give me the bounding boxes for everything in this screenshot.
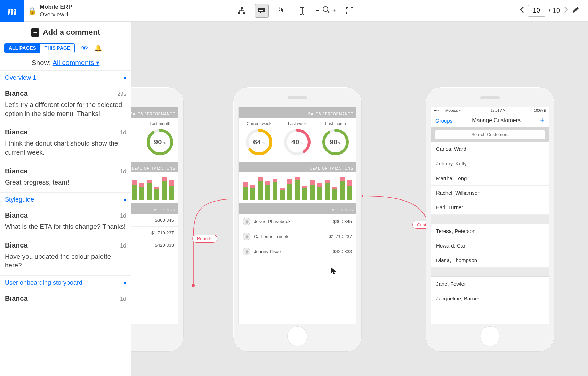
search-bar <box>431 127 549 142</box>
comments-section[interactable]: User onboarding storyboard▾ <box>0 275 131 290</box>
zoom-in-icon[interactable]: + <box>333 7 337 15</box>
svg-point-8 <box>323 7 328 11</box>
sitemap-icon[interactable] <box>235 4 249 18</box>
list-item[interactable]: Jacqueline, Barnes <box>431 291 549 306</box>
project-title: Mobile ERP <box>40 3 72 10</box>
add-comment-label: Add a comment <box>43 28 100 37</box>
app-logo[interactable]: m <box>0 0 24 22</box>
comment-item[interactable]: Bianca1dWhat is the ETA for this change?… <box>0 207 131 237</box>
bar <box>169 180 174 200</box>
page-filter-toggle[interactable]: ALL PAGES THIS PAGE <box>4 43 75 53</box>
bar <box>332 187 337 200</box>
comments-sidebar: + Add a comment ALL PAGES THIS PAGE 👁 🔔 … <box>0 22 131 376</box>
comment-author: Bianca <box>5 167 28 175</box>
avatar-icon: ◉ <box>243 218 250 225</box>
comments-section[interactable]: Overview 1▾ <box>0 70 131 85</box>
svg-rect-2 <box>243 12 245 14</box>
show-filter: Show: All comments ▾ <box>0 56 131 70</box>
svg-point-11 <box>192 284 195 287</box>
comment-author: Bianca <box>5 241 28 249</box>
list-item[interactable]: Earl, Turner <box>431 200 549 215</box>
search-input[interactable] <box>435 130 545 139</box>
filter-all-pages[interactable]: ALL PAGES <box>5 44 40 53</box>
list-item[interactable]: Teresa, Peterson <box>431 224 549 238</box>
notifications-icon[interactable]: 🔔 <box>94 44 102 52</box>
lock-icon[interactable]: 🔒 <box>24 7 40 15</box>
avatar-icon: ◉ <box>243 248 250 255</box>
list-item[interactable]: Rachel, Williamson <box>431 186 549 200</box>
bar <box>258 177 263 200</box>
comment-item[interactable]: Bianca1dI think the donut chart should s… <box>0 124 131 162</box>
avatar-icon: ◉ <box>243 233 250 240</box>
bar <box>287 179 292 200</box>
section-lead-label: LEAD OPTIMIZATIONS <box>310 166 353 170</box>
bar <box>280 188 285 200</box>
add-icon[interactable]: + <box>540 116 545 125</box>
chevron-down-icon: ▾ <box>124 75 126 81</box>
comment-time: 29s <box>117 91 126 97</box>
svg-rect-1 <box>238 12 240 14</box>
show-dropdown[interactable]: All comments ▾ <box>53 59 100 66</box>
project-breadcrumb[interactable]: Mobile ERP Overview 1 <box>40 3 72 18</box>
list-item[interactable]: Jane, Fowler <box>431 277 549 291</box>
status-bar: ●○○○○ Moqups ᯤ 12:51 AM 100% ▮ <box>431 107 549 114</box>
comment-item[interactable]: Bianca1dGreat progress, team! <box>0 163 131 193</box>
zoom-out-icon[interactable]: − <box>315 7 320 15</box>
bar <box>310 180 315 200</box>
svg-point-7 <box>279 10 280 11</box>
svg-text:40 %: 40 % <box>291 138 303 146</box>
chevron-down-icon: ▾ <box>124 197 126 203</box>
visibility-icon[interactable]: 👁 <box>81 44 88 52</box>
bar <box>250 185 255 200</box>
booking-row: ◉Catherine Tumbler$1,710,237 <box>239 229 356 244</box>
svg-text:90 %: 90 % <box>154 138 166 146</box>
page-input[interactable] <box>528 5 545 17</box>
section-lead-label: LEAD OPTIMIZATIONS <box>132 166 175 170</box>
list-item[interactable]: Howard, Carr <box>431 238 549 253</box>
mock-phone-dashboard: SALES PERFORMANCE Current week64 %Last w… <box>233 87 362 352</box>
comment-time: 1d <box>120 296 126 302</box>
prev-page-icon[interactable] <box>519 6 524 15</box>
comment-body: I think the donut chart should show the … <box>5 139 126 157</box>
booking-row: ◉Johnny Pisco$420,833 <box>239 244 356 259</box>
svg-rect-3 <box>259 9 264 9</box>
svg-point-6 <box>282 7 283 8</box>
comment-time: 1d <box>120 243 126 249</box>
comment-body: Have you updated the colour palette here… <box>5 252 126 270</box>
booking-row: $420,833 <box>131 239 178 251</box>
list-item[interactable]: Diana, Thompson <box>431 253 549 268</box>
list-item[interactable]: Martha, Long <box>431 171 549 186</box>
next-page-icon[interactable] <box>564 6 569 15</box>
canvas[interactable]: Reports Customers SALES PERFORMANCE Last… <box>131 22 588 376</box>
list-item[interactable]: Johnny, Kelly <box>431 156 549 171</box>
zoom-icon[interactable] <box>322 6 330 15</box>
comments-icon[interactable] <box>255 4 269 18</box>
list-item[interactable]: Carlos, Ward <box>431 142 549 156</box>
bar <box>265 181 270 200</box>
filter-this-page[interactable]: THIS PAGE <box>40 44 74 53</box>
section-book-label: BOOKINGS <box>332 208 353 212</box>
interact-icon[interactable] <box>275 4 289 18</box>
comment-author: Bianca <box>5 89 28 97</box>
booking-row: ◉Jessie Phasebook$300,345 <box>239 214 356 229</box>
add-comment-button[interactable]: + Add a comment <box>0 22 131 43</box>
edit-icon[interactable] <box>572 6 580 15</box>
comment-body: Great progress, team! <box>5 178 126 187</box>
text-cursor-icon[interactable] <box>295 4 309 18</box>
comments-section[interactable]: Styleguide▾ <box>0 192 131 207</box>
back-button[interactable]: Groups <box>435 118 452 124</box>
bar <box>273 179 277 200</box>
page-name: Overview 1 <box>40 11 72 18</box>
page-total: / 10 <box>549 7 560 15</box>
comment-item[interactable]: Bianca29sLet's try a different color for… <box>0 85 131 124</box>
zoom-controls: − + <box>315 4 337 18</box>
comment-time: 1d <box>120 169 126 175</box>
comment-item[interactable]: Bianca1dHave you updated the colour pale… <box>0 237 131 275</box>
plus-icon: + <box>31 28 39 37</box>
comment-item[interactable]: Bianca1d <box>0 290 131 311</box>
donut-gauge: Last week40 % <box>283 121 311 156</box>
comment-body: What is the ETA for this change? Thanks! <box>5 222 126 231</box>
connector-label-reports: Reports <box>192 235 217 243</box>
svg-rect-4 <box>259 10 263 11</box>
fullscreen-icon[interactable] <box>343 4 357 18</box>
